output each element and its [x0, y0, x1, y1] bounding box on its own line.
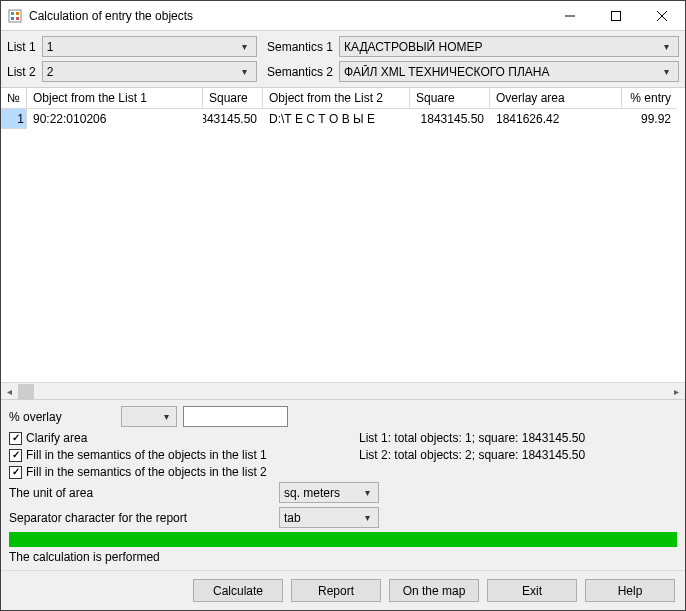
- app-icon: [7, 8, 23, 24]
- maximize-button[interactable]: [593, 1, 639, 30]
- options-panel: % overlay ▾ Clarify area Fill in the sem…: [1, 400, 685, 570]
- separator-combo[interactable]: tab ▾: [279, 507, 379, 528]
- grid-body: 1 90:22:010206 1843145.50 D:\Т Е С Т О В…: [1, 109, 685, 382]
- clarify-area-label: Clarify area: [26, 431, 87, 445]
- horizontal-scrollbar[interactable]: ◂ ▸: [1, 382, 685, 399]
- cell-obj2: D:\Т Е С Т О В Ы Е: [263, 109, 410, 129]
- list1-stats: List 1: total objects: 1; square: 184314…: [359, 431, 677, 445]
- col-entry[interactable]: % entry: [622, 88, 677, 109]
- cell-entry: 99.92: [622, 109, 677, 129]
- scroll-right-icon[interactable]: ▸: [668, 383, 685, 400]
- chevron-down-icon: ▾: [659, 66, 674, 77]
- chevron-down-icon: ▾: [237, 41, 252, 52]
- unit-of-area-value: sq. meters: [284, 486, 361, 500]
- semantics2-value: ФАЙЛ XML ТЕХНИЧЕСКОГО ПЛАНА: [344, 65, 659, 79]
- fill-semantics-list2-label: Fill in the semantics of the objects in …: [26, 465, 267, 479]
- col-sq2[interactable]: Square: [410, 88, 490, 109]
- row-num: 1: [1, 109, 27, 129]
- chevron-down-icon: ▾: [659, 41, 674, 52]
- grid-header: № Object from the List 1 Square Object f…: [1, 88, 685, 109]
- svg-rect-4: [16, 17, 19, 20]
- col-num[interactable]: №: [1, 88, 27, 109]
- cell-obj1: 90:22:010206: [27, 109, 203, 129]
- list2-value: 2: [47, 65, 237, 79]
- list1-label: List 1: [7, 40, 36, 54]
- minimize-button[interactable]: [547, 1, 593, 30]
- semantics2-label: Semantics 2: [267, 65, 333, 79]
- svg-rect-1: [11, 12, 14, 15]
- exit-button[interactable]: Exit: [487, 579, 577, 602]
- report-button[interactable]: Report: [291, 579, 381, 602]
- semantics1-label: Semantics 1: [267, 40, 333, 54]
- fill-semantics-list1-label: Fill in the semantics of the objects in …: [26, 448, 267, 462]
- table-row[interactable]: 1 90:22:010206 1843145.50 D:\Т Е С Т О В…: [1, 109, 685, 129]
- progress-bar: [9, 532, 677, 547]
- button-bar: Calculate Report On the map Exit Help: [1, 570, 685, 610]
- status-text: The calculation is performed: [9, 550, 677, 564]
- separator-value: tab: [284, 511, 361, 525]
- list1-combo[interactable]: 1 ▾: [42, 36, 257, 57]
- list2-label: List 2: [7, 65, 36, 79]
- overlay-percent-combo[interactable]: ▾: [121, 406, 177, 427]
- semantics2-combo[interactable]: ФАЙЛ XML ТЕХНИЧЕСКОГО ПЛАНА ▾: [339, 61, 679, 82]
- scroll-thumb[interactable]: [18, 384, 34, 399]
- window-title: Calculation of entry the objects: [29, 9, 547, 23]
- separator-label: Separator character for the report: [9, 511, 279, 525]
- cell-sq1: 1843145.50: [203, 109, 263, 129]
- calculate-button[interactable]: Calculate: [193, 579, 283, 602]
- chevron-down-icon: ▾: [237, 66, 252, 77]
- help-button[interactable]: Help: [585, 579, 675, 602]
- semantics1-combo[interactable]: КАДАСТРОВЫЙ НОМЕР ▾: [339, 36, 679, 57]
- svg-rect-0: [9, 10, 21, 22]
- list2-combo[interactable]: 2 ▾: [42, 61, 257, 82]
- col-overlay[interactable]: Overlay area: [490, 88, 622, 109]
- col-sq1[interactable]: Square: [203, 88, 263, 109]
- semantics1-value: КАДАСТРОВЫЙ НОМЕР: [344, 40, 659, 54]
- titlebar: Calculation of entry the objects: [1, 1, 685, 31]
- unit-of-area-label: The unit of area: [9, 486, 279, 500]
- scroll-left-icon[interactable]: ◂: [1, 383, 18, 400]
- clarify-area-checkbox[interactable]: [9, 432, 22, 445]
- list2-stats: List 2: total objects: 2; square: 184314…: [359, 448, 677, 462]
- overlay-percent-input[interactable]: [183, 406, 288, 427]
- overlay-percent-label: % overlay: [9, 410, 115, 424]
- cell-overlay: 1841626.42: [490, 109, 622, 129]
- close-button[interactable]: [639, 1, 685, 30]
- chevron-down-icon: ▾: [361, 512, 374, 523]
- data-grid: № Object from the List 1 Square Object f…: [1, 87, 685, 400]
- svg-rect-6: [612, 11, 621, 20]
- on-the-map-button[interactable]: On the map: [389, 579, 479, 602]
- col-obj2[interactable]: Object from the List 2: [263, 88, 410, 109]
- cell-sq2: 1843145.50: [410, 109, 490, 129]
- fill-semantics-list1-checkbox[interactable]: [9, 449, 22, 462]
- col-obj1[interactable]: Object from the List 1: [27, 88, 203, 109]
- chevron-down-icon: ▾: [361, 487, 374, 498]
- window-controls: [547, 1, 685, 30]
- chevron-down-icon: ▾: [159, 411, 173, 422]
- main-window: Calculation of entry the objects List 1 …: [0, 0, 686, 611]
- fill-semantics-list2-checkbox[interactable]: [9, 466, 22, 479]
- svg-rect-3: [11, 17, 14, 20]
- top-panel: List 1 1 ▾ List 2 2 ▾ Semantics 1 КАДАСТ…: [1, 31, 685, 87]
- list1-value: 1: [47, 40, 237, 54]
- unit-of-area-combo[interactable]: sq. meters ▾: [279, 482, 379, 503]
- svg-rect-2: [16, 12, 19, 15]
